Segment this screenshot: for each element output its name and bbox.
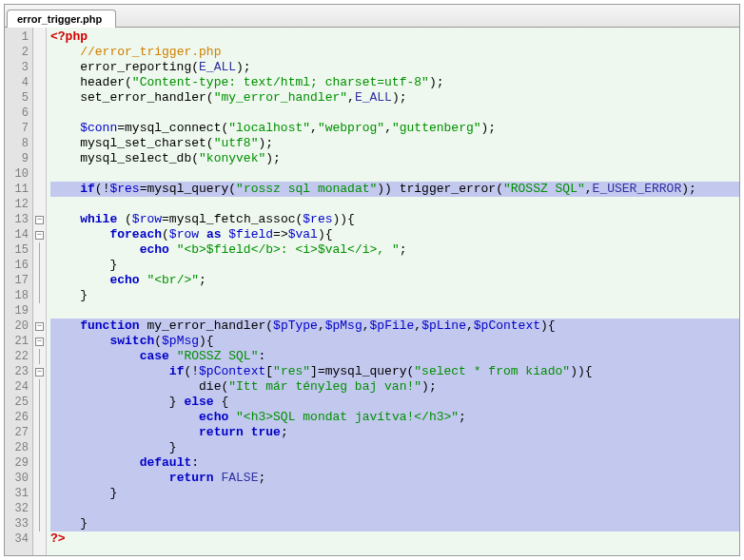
token: function: [80, 319, 139, 333]
code-line[interactable]: echo "<b>$field</b>: <i>$val</i>, ";: [50, 242, 739, 258]
fold-cell: [33, 182, 46, 197]
fold-cell: [33, 501, 46, 516]
fold-toggle-icon[interactable]: −: [35, 338, 44, 346]
token: $pContext: [474, 319, 540, 333]
code-line[interactable]: foreach($row as $field=>$val){: [50, 227, 739, 242]
fold-cell: −: [33, 319, 46, 334]
code-line[interactable]: [50, 303, 739, 319]
code-line[interactable]: echo "<br/>";: [50, 273, 739, 288]
line-number: 6: [5, 106, 32, 121]
code-line[interactable]: }: [50, 258, 739, 273]
token: "ROSSZ SQL": [503, 182, 585, 196]
token: echo: [109, 273, 139, 287]
token: return: [199, 425, 244, 439]
line-number-gutter: 1234567891011121314151617181920212223242…: [5, 28, 33, 555]
code-line[interactable]: return FALSE;: [50, 471, 739, 486]
line-number: 21: [5, 334, 32, 349]
fold-toggle-icon[interactable]: −: [35, 231, 44, 240]
code-line[interactable]: //error_trigger.php: [50, 45, 739, 60]
token: set_error_handler(: [50, 90, 214, 105]
token: "my_error_handler": [214, 90, 347, 105]
code-line[interactable]: }: [50, 486, 739, 501]
fold-toggle-icon[interactable]: −: [35, 368, 44, 377]
token: }: [50, 395, 184, 409]
token: die(: [50, 379, 228, 394]
token: "res": [273, 364, 310, 378]
code-line[interactable]: if(!$res=mysql_query("rossz sql monadat"…: [50, 182, 739, 197]
tab-bar: error_trigger.php: [5, 5, 739, 28]
line-number: 7: [5, 121, 32, 136]
code-line[interactable]: case "ROSSZ SQL":: [50, 349, 739, 364]
code-line[interactable]: mysql_set_charset("utf8");: [50, 136, 739, 151]
fold-cell: [33, 106, 46, 121]
code-line[interactable]: error_reporting(E_ALL);: [50, 60, 739, 75]
fold-toggle-icon[interactable]: −: [35, 216, 44, 224]
token: $res: [109, 182, 139, 196]
line-number: 2: [5, 45, 32, 60]
token: echo: [199, 410, 228, 424]
fold-cell: [33, 516, 46, 531]
code-line[interactable]: return true;: [50, 425, 739, 440]
token: [50, 182, 80, 196]
code-line[interactable]: function my_error_handler($pType,$pMsg,$…: [50, 319, 739, 334]
fold-cell: [33, 349, 46, 364]
token: mysql_select_db(: [50, 151, 199, 165]
file-tab[interactable]: error_trigger.php: [7, 10, 116, 28]
token: "<br/>": [147, 273, 199, 287]
token: ;: [281, 425, 288, 439]
fold-gutter: −−−−−: [33, 28, 47, 555]
fold-cell: −: [33, 334, 46, 349]
token: ,: [310, 121, 318, 135]
token: =mysql_connect(: [117, 121, 228, 135]
code-line[interactable]: [50, 501, 739, 516]
code-line[interactable]: die("Itt már tényleg baj van!");: [50, 379, 739, 395]
line-number: 12: [5, 197, 32, 212]
code-line[interactable]: mysql_select_db("konyvek");: [50, 151, 739, 166]
token: }: [50, 440, 177, 454]
code-line[interactable]: [50, 197, 739, 212]
line-number: 16: [5, 258, 32, 273]
code-line[interactable]: echo "<h3>SQL mondat javítva!</h3>";: [50, 410, 739, 425]
token: "webprog": [318, 121, 384, 135]
token: $pMsg: [325, 319, 362, 333]
code-line[interactable]: }: [50, 440, 739, 455]
code-line[interactable]: if(!$pContext["res"]=mysql_query("select…: [50, 364, 739, 379]
token: //error_trigger.php: [80, 45, 221, 59]
token: [50, 334, 109, 348]
line-number: 30: [5, 471, 32, 486]
token: true: [251, 425, 281, 439]
code-line[interactable]: ?>: [50, 531, 739, 547]
token: "localhost": [228, 121, 310, 135]
line-number: 32: [5, 501, 32, 516]
token: :: [258, 349, 265, 363]
token: ){: [318, 227, 333, 241]
token: $val: [288, 227, 318, 241]
token: [50, 410, 199, 424]
code-line[interactable]: [50, 166, 739, 182]
token: ,: [414, 319, 421, 333]
fold-cell: [33, 60, 46, 75]
token: (: [162, 227, 169, 241]
code-line[interactable]: while ($row=mysql_fetch_assoc($res)){: [50, 212, 739, 227]
code-line[interactable]: <?php: [50, 29, 739, 45]
code-editor[interactable]: 1234567891011121314151617181920212223242…: [5, 28, 739, 555]
fold-cell: [33, 440, 46, 455]
code-area[interactable]: <?php //error_trigger.php error_reportin…: [47, 28, 739, 555]
code-line[interactable]: default:: [50, 455, 739, 471]
token: [50, 425, 199, 439]
code-line[interactable]: }: [50, 516, 739, 531]
code-line[interactable]: set_error_handler("my_error_handler",E_A…: [50, 90, 739, 106]
line-number: 15: [5, 242, 32, 258]
token: );: [481, 121, 497, 135]
fold-toggle-icon[interactable]: −: [35, 322, 44, 331]
line-number: 34: [5, 531, 32, 547]
code-line[interactable]: [50, 106, 739, 121]
code-line[interactable]: } else {: [50, 395, 739, 410]
code-line[interactable]: }: [50, 288, 739, 303]
code-line[interactable]: $conn=mysql_connect("localhost","webprog…: [50, 121, 739, 136]
code-line[interactable]: switch($pMsg){: [50, 334, 739, 349]
code-line[interactable]: header("Content-type: text/html; charset…: [50, 75, 739, 90]
token: ?>: [50, 531, 66, 546]
token: FALSE: [221, 471, 258, 485]
fold-cell: [33, 29, 46, 45]
